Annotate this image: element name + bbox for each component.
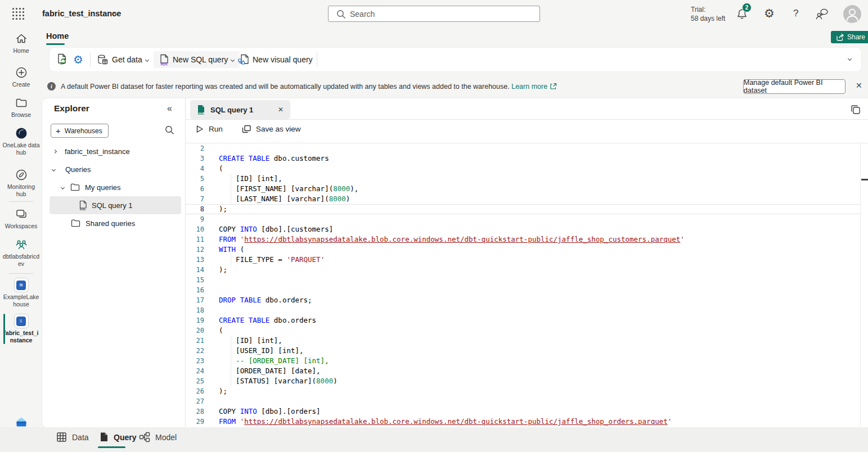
code-line[interactable]: 19CREATE TABLE dbo.orders: [186, 315, 860, 326]
nav-item-workspaces[interactable]: Workspaces: [0, 207, 42, 230]
new-sql-query-button[interactable]: SQL New SQL query: [154, 51, 240, 68]
query-settings-gear-icon[interactable]: ⚙: [73, 48, 83, 71]
code-line[interactable]: 8);: [186, 204, 860, 214]
code-line[interactable]: 27: [186, 396, 860, 406]
code-line[interactable]: 16: [186, 285, 860, 295]
workspace-name[interactable]: fabric_test_instance: [42, 9, 121, 18]
new-warehouse-button[interactable]: + Warehouses: [51, 124, 109, 138]
line-number: 27: [186, 396, 204, 406]
tree-item-queries[interactable]: Queries: [50, 160, 181, 178]
code-line[interactable]: 14);: [186, 265, 860, 275]
code-line[interactable]: 6 [FIRST_NAME] [varchar](8000),: [186, 184, 860, 194]
code-line[interactable]: 25 [STATUS] [varchar](8000): [186, 376, 860, 386]
run-button[interactable]: Run: [195, 124, 223, 134]
code-line[interactable]: 21 [ID] [int],: [186, 336, 860, 346]
view-tab-data[interactable]: Data: [56, 432, 89, 442]
query-tab[interactable]: SQL SQL query 1 ✕: [190, 100, 290, 119]
line-number: 5: [186, 174, 204, 184]
copy-icon[interactable]: [850, 104, 861, 115]
code-line[interactable]: 9: [186, 214, 860, 224]
code-text: -- [ORDER_DATE] [int],: [219, 356, 329, 366]
explorer-collapse-icon[interactable]: «: [167, 103, 172, 114]
code-line[interactable]: 22 [USER_ID] [int],: [186, 346, 860, 356]
tree-item-warehouse[interactable]: fabric_test_instance: [50, 142, 181, 160]
new-report-button[interactable]: [56, 48, 69, 71]
info-icon: i: [47, 82, 56, 91]
chevron-down-icon: [61, 185, 65, 189]
nav-item-browse[interactable]: Browse: [0, 96, 42, 119]
code-line[interactable]: 29FROM 'https://dbtlabsynapsedatalake.bl…: [186, 417, 860, 426]
banner-close-icon[interactable]: ✕: [856, 81, 862, 90]
line-number: 18: [186, 305, 204, 315]
code-line[interactable]: 12WITH (: [186, 245, 860, 255]
nav-item-examplelakehouse[interactable]: ≋ ExampleLakehouse: [0, 278, 42, 308]
code-line[interactable]: 20(: [186, 326, 860, 336]
toolbar-divider: [90, 52, 91, 67]
tree-item-shared-queries[interactable]: Shared queries: [50, 214, 181, 232]
warehouse-app-icon: ⠿: [14, 314, 29, 328]
code-line[interactable]: 24 [ORDER_DATE] [date],: [186, 366, 860, 376]
line-number: 11: [186, 234, 204, 245]
code-text: [FIRST_NAME] [varchar](8000),: [219, 184, 358, 194]
visual-query-file-icon: [238, 54, 249, 66]
trial-remaining: 58 days left: [691, 14, 725, 23]
nav-item-create[interactable]: Create: [0, 65, 42, 88]
code-text: );: [219, 265, 227, 275]
view-tab-query[interactable]: Query: [99, 432, 136, 442]
manage-dataset-button[interactable]: Manage default Power BI dataset: [743, 79, 845, 94]
settings-gear-icon[interactable]: ⚙: [764, 7, 775, 20]
sql-code-editor[interactable]: 23CREATE TABLE dbo.customers4(5 [ID] [in…: [186, 143, 860, 426]
code-line[interactable]: 13 FILE_TYPE = 'PARQUET': [186, 255, 860, 265]
code-line[interactable]: 10COPY INTO [dbo].[customers]: [186, 224, 860, 234]
nav-item-monitoring-hub[interactable]: Monitoring hub: [0, 168, 42, 198]
nav-item-home[interactable]: Home: [0, 31, 42, 55]
workspace-people-icon: [14, 237, 29, 252]
ribbon-tab-home[interactable]: Home: [46, 31, 69, 40]
code-line[interactable]: 15: [186, 275, 860, 285]
code-text: [ID] [int],: [219, 336, 282, 346]
nav-item-fabric-test-instance[interactable]: ⠿ fabric_test_instance: [0, 314, 42, 344]
new-sql-query-chevron-down-icon: [231, 57, 235, 61]
code-line[interactable]: 23 -- [ORDER_DATE] [int],: [186, 356, 860, 366]
svg-text:SQL: SQL: [160, 62, 168, 66]
code-line[interactable]: 28COPY INTO [dbo].[orders]: [186, 406, 860, 417]
tree-item-sql-query-1[interactable]: SQL SQL query 1: [50, 196, 181, 214]
view-tab-model[interactable]: Model: [139, 432, 177, 442]
line-number: 17: [186, 295, 204, 305]
tab-close-icon[interactable]: ✕: [278, 106, 284, 114]
save-as-view-button[interactable]: Save as view: [241, 124, 301, 134]
code-line[interactable]: 4(: [186, 164, 860, 174]
nav-item-dbtlabsfabricdev[interactable]: dbtlabsfabricdev: [0, 237, 42, 268]
line-number: 24: [186, 366, 204, 376]
new-visual-query-button[interactable]: New visual query: [238, 48, 313, 71]
code-text: CREATE TABLE dbo.customers: [219, 153, 329, 164]
code-line[interactable]: 7 [LAST_NAME] [varchar](8000): [186, 194, 860, 204]
share-button[interactable]: Share: [831, 31, 868, 43]
waffle-menu-icon[interactable]: [12, 8, 14, 10]
nav-label: Browse: [3, 111, 40, 119]
user-avatar[interactable]: [843, 5, 861, 23]
code-line[interactable]: 5 [ID] [int],: [186, 174, 860, 184]
tree-item-my-queries[interactable]: My queries: [50, 178, 181, 196]
feedback-icon[interactable]: [815, 7, 829, 21]
learn-more-link[interactable]: Learn more: [511, 83, 547, 91]
line-number: 22: [186, 346, 204, 356]
get-data-button[interactable]: Get data: [97, 48, 149, 71]
code-line[interactable]: 18: [186, 305, 860, 315]
nav-label: Monitoring hub: [3, 183, 40, 198]
search-box[interactable]: [328, 6, 540, 22]
code-line[interactable]: 2: [186, 143, 860, 153]
help-icon[interactable]: ?: [793, 8, 798, 19]
nav-item-onelake-data-hub[interactable]: OneLake data hub: [0, 126, 42, 156]
code-line[interactable]: 17DROP TABLE dbo.orders;: [186, 295, 860, 305]
editor-scrollbar-track[interactable]: [860, 143, 861, 426]
view-switcher-bar: Data Query Model: [0, 427, 868, 452]
code-line[interactable]: 26);: [186, 386, 860, 396]
explorer-search-icon[interactable]: [165, 125, 174, 135]
search-input[interactable]: [350, 6, 536, 21]
code-line[interactable]: 11FROM 'https://dbtlabsynapsedatalake.bl…: [186, 234, 860, 245]
search-icon: [336, 10, 346, 19]
ribbon-collapse-chevron-icon[interactable]: [848, 57, 852, 61]
line-number: 28: [186, 406, 204, 417]
code-line[interactable]: 3CREATE TABLE dbo.customers: [186, 153, 860, 164]
